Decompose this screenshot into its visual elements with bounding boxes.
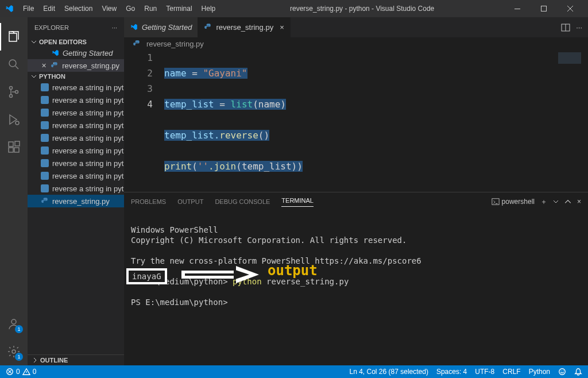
file-item[interactable]: reverse a string in pyt... — [28, 169, 124, 182]
tab-reverse-string[interactable]: reverse_string.py × — [198, 17, 290, 37]
annotation-arrow-icon — [181, 264, 262, 287]
status-errors[interactable]: 0 0 — [6, 368, 36, 376]
svg-point-12 — [12, 350, 16, 353]
search-icon[interactable] — [0, 51, 28, 78]
open-editors-header[interactable]: OPEN EDITORS — [28, 37, 124, 47]
svg-rect-18 — [41, 134, 49, 142]
menu-help[interactable]: Help — [197, 5, 220, 13]
file-label: reverse a string in pyt... — [52, 172, 124, 180]
menu-run[interactable]: Run — [140, 5, 161, 13]
close-button[interactable] — [557, 0, 583, 17]
close-icon[interactable]: × — [280, 23, 284, 32]
line-number: 4 — [124, 97, 153, 112]
file-item[interactable]: reverse a string in pyt... — [28, 182, 124, 195]
code-token: "Gayani" — [203, 68, 247, 79]
status-encoding[interactable]: UTF-8 — [475, 368, 494, 376]
tab-label: Getting Started — [142, 23, 192, 32]
python-file-icon — [40, 133, 49, 142]
file-item[interactable]: reverse a string in pyt... — [28, 81, 124, 94]
svg-rect-14 — [41, 83, 49, 91]
sidebar-header: EXPLORER ··· — [28, 17, 124, 37]
settings-badge: 1 — [15, 353, 23, 361]
menu-go[interactable]: Go — [121, 5, 140, 13]
run-debug-icon[interactable] — [0, 106, 28, 133]
panel-tab-debug-console[interactable]: DEBUG CONSOLE — [215, 198, 270, 205]
minimap[interactable] — [558, 52, 581, 64]
file-item[interactable]: reverse a string in pyt... — [28, 144, 124, 157]
extensions-icon[interactable] — [0, 133, 28, 161]
activity-bar: 1 1 — [0, 17, 28, 365]
editor-tabs: Getting Started reverse_string.py × ··· — [124, 17, 588, 37]
accounts-icon[interactable]: 1 — [0, 310, 28, 338]
close-panel-icon[interactable]: × — [577, 198, 581, 206]
sidebar-more-icon[interactable]: ··· — [112, 24, 117, 31]
svg-point-4 — [10, 95, 13, 98]
line-number: 1 — [124, 50, 153, 65]
vscode-logo-icon — [130, 23, 139, 32]
file-item[interactable]: reverse a string in pyt... — [28, 119, 124, 132]
terminal-shell-label[interactable]: powershell — [492, 198, 535, 206]
menu-view[interactable]: View — [97, 5, 121, 13]
maximize-panel-icon[interactable] — [564, 198, 571, 205]
menu-edit[interactable]: Edit — [38, 5, 60, 13]
terminal-prompt: PS E:\medi — [131, 298, 179, 307]
code-token: temp_list. — [164, 130, 219, 141]
maximize-button[interactable] — [531, 0, 557, 17]
python-file-icon — [204, 23, 213, 32]
close-icon[interactable]: × — [40, 61, 48, 70]
status-language[interactable]: Python — [529, 368, 550, 376]
open-editor-getting-started[interactable]: Getting Started — [28, 47, 124, 59]
file-label: reverse a string in pyt... — [52, 159, 124, 168]
settings-icon[interactable]: 1 — [0, 338, 28, 365]
terminal-dropdown-icon[interactable] — [553, 199, 559, 205]
workspace-header[interactable]: PYTHON — [28, 72, 124, 81]
panel-tab-terminal[interactable]: TERMINAL — [281, 197, 314, 207]
minimize-button[interactable] — [504, 0, 531, 17]
menu-selection[interactable]: Selection — [60, 5, 97, 13]
code-editor[interactable]: 1 2 3 4 name = "Gayani" temp_list = list… — [124, 50, 588, 192]
editor-area: Getting Started reverse_string.py × ··· … — [124, 17, 588, 365]
status-notifications-icon[interactable] — [574, 368, 582, 376]
file-item[interactable]: reverse a string in pyt... — [28, 132, 124, 144]
source-control-icon[interactable] — [0, 78, 28, 106]
file-item[interactable]: reverse a string in pyt... — [28, 94, 124, 106]
accounts-badge: 1 — [15, 325, 23, 333]
breadcrumb-label: reverse_string.py — [146, 40, 204, 48]
open-editors-label: OPEN EDITORS — [39, 38, 87, 45]
new-terminal-icon[interactable]: ＋ — [540, 197, 547, 207]
line-number: 2 — [124, 65, 153, 81]
status-spaces[interactable]: Spaces: 4 — [436, 368, 467, 376]
breadcrumb[interactable]: reverse_string.py — [124, 37, 588, 50]
panel-tab-output[interactable]: OUTPUT — [177, 198, 203, 205]
outline-header[interactable]: OUTLINE — [28, 354, 124, 365]
svg-rect-20 — [41, 159, 49, 167]
panel-tab-problems[interactable]: PROBLEMS — [131, 198, 166, 205]
code-token: temp_list — [164, 99, 214, 110]
code-token: .join — [208, 161, 236, 172]
file-item-active[interactable]: reverse_string.py — [28, 195, 124, 207]
open-editor-reverse-string[interactable]: × reverse_string.py — [28, 59, 124, 72]
file-item[interactable]: reverse a string in pyt... — [28, 157, 124, 169]
annotation-output-box: inayaG — [126, 268, 167, 284]
explorer-icon[interactable] — [0, 23, 28, 51]
svg-rect-1 — [541, 6, 547, 11]
python-file-icon — [40, 95, 49, 105]
code-token: (temp_list)) — [236, 161, 303, 172]
menu-terminal[interactable]: Terminal — [161, 5, 196, 13]
split-editor-icon[interactable] — [561, 23, 570, 32]
terminal[interactable]: Windows PowerShell Copyright (C) Microso… — [124, 211, 588, 365]
window-title: reverse_string.py - python - Visual Stud… — [220, 5, 504, 13]
code-token: print — [164, 161, 192, 172]
code-content[interactable]: name = "Gayani" temp_list = list(name) t… — [164, 50, 588, 192]
svg-point-13 — [53, 63, 54, 63]
status-eol[interactable]: CRLF — [502, 368, 520, 376]
file-item[interactable]: reverse a string in pyt... — [28, 106, 124, 119]
file-label: reverse a string in pyt... — [52, 121, 124, 130]
file-list: reverse a string in pyt... reverse a str… — [28, 81, 124, 354]
more-icon[interactable]: ··· — [576, 23, 582, 32]
status-cursor-position[interactable]: Ln 4, Col 26 (87 selected) — [350, 368, 428, 376]
tab-getting-started[interactable]: Getting Started — [124, 17, 198, 37]
tab-label: reverse_string.py — [216, 23, 273, 32]
status-feedback-icon[interactable] — [558, 368, 566, 376]
menu-file[interactable]: File — [18, 5, 38, 13]
